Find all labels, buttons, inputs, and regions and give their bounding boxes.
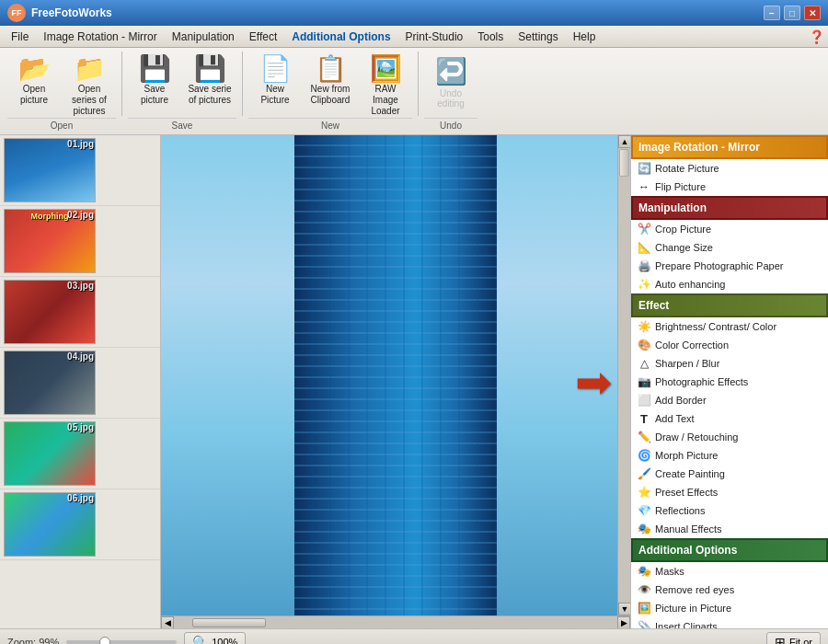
new-clipboard-label: New from Clipboard	[306, 84, 354, 106]
rp-create-painting[interactable]: 🖌️ Create Painting	[631, 465, 828, 483]
menu-tools[interactable]: Tools	[470, 29, 511, 45]
rp-draw-retouching[interactable]: ✏️ Draw / Retouching	[631, 428, 828, 446]
thumbnail-05[interactable]: 05.jpg	[0, 419, 160, 489]
zoom-thumb[interactable]	[99, 637, 110, 645]
rp-add-border[interactable]: ⬜ Add Border	[631, 391, 828, 409]
section-manipulation-label: Manipulation	[638, 201, 707, 214]
section-rotation-header[interactable]: Image Rotation - Mirror	[631, 135, 828, 159]
open-group-label: Open	[7, 118, 116, 131]
rp-reflections[interactable]: 💎 Reflections	[631, 501, 828, 520]
rotate-picture-label: Rotate Picture	[655, 163, 719, 174]
manual-effects-icon: 🎭	[637, 522, 651, 536]
rp-remove-red-eyes[interactable]: 👁️ Remove red eyes	[631, 581, 828, 599]
rp-color-correction[interactable]: 🎨 Color Correction	[631, 336, 828, 354]
rp-brightness[interactable]: ☀️ Brightness/ Contrast/ Color	[631, 317, 828, 336]
save-serie-button[interactable]: 💾 Save serie of pictures	[183, 52, 236, 116]
rp-preset-effects[interactable]: ⭐ Preset Effects	[631, 483, 828, 501]
rp-rotate-picture[interactable]: 🔄 Rotate Picture	[631, 159, 828, 178]
scroll-right-button[interactable]: ▶	[617, 616, 630, 629]
scroll-up-button[interactable]: ▲	[618, 135, 630, 148]
open-series-label: Open series of pictures	[65, 84, 113, 117]
morph-label: Morph Picture	[655, 450, 718, 461]
menu-file[interactable]: File	[4, 29, 36, 45]
zoom-icon: 🔍	[192, 635, 208, 645]
toolbar: 📂 Open picture 📁 Open series of pictures…	[0, 48, 828, 135]
flip-picture-label: Flip Picture	[655, 181, 706, 192]
undo-label: Undo editing	[427, 88, 475, 109]
save-picture-button[interactable]: 💾 Save picture	[128, 52, 181, 116]
rp-insert-cliparts[interactable]: 📎 Insert Cliparts	[631, 617, 828, 628]
app-logo: FF	[7, 4, 26, 22]
menu-additional-options[interactable]: Additional Options	[284, 29, 397, 45]
rp-sharpen-blur[interactable]: △ Sharpen / Blur	[631, 354, 828, 373]
rp-morph-picture[interactable]: 🌀 Morph Picture	[631, 446, 828, 465]
thumbnail-01[interactable]: 01.jpg	[0, 135, 160, 206]
section-rotation-items: 🔄 Rotate Picture ↔️ Flip Picture	[631, 159, 828, 196]
new-clipboard-icon: 📋	[315, 56, 347, 82]
thumbnail-03[interactable]: 03.jpg	[0, 277, 160, 348]
open-picture-label: Open picture	[10, 84, 58, 106]
red-eyes-label: Remove red eyes	[655, 584, 734, 595]
open-picture-button[interactable]: 📂 Open picture	[7, 52, 61, 116]
rp-prepare-photo[interactable]: 🖨️ Prepare Photographic Paper	[631, 257, 828, 275]
maximize-button[interactable]: □	[784, 6, 800, 20]
menu-settings[interactable]: Settings	[511, 29, 565, 45]
rp-auto-enhancing[interactable]: ✨ Auto enhancing	[631, 275, 828, 293]
scroll-left-button[interactable]: ◀	[161, 616, 174, 629]
masks-label: Masks	[655, 566, 684, 577]
close-button[interactable]: ✕	[804, 6, 821, 20]
new-clipboard-button[interactable]: 📋 New from Clipboard	[304, 52, 357, 116]
red-eyes-icon: 👁️	[637, 582, 651, 597]
section-additional-header[interactable]: Additional Options	[631, 538, 828, 562]
preset-label: Preset Effects	[655, 487, 718, 498]
rp-picture-in-picture[interactable]: 🖼️ Picture in Picture	[631, 599, 828, 617]
brightness-label: Brightness/ Contrast/ Color	[655, 321, 776, 332]
scroll-down-button[interactable]: ▼	[618, 603, 630, 615]
zoom-percent-button[interactable]: 🔍 100%	[184, 632, 246, 645]
rp-manual-effects[interactable]: 🎭 Manual Effects	[631, 520, 828, 538]
zoom-slider[interactable]	[66, 640, 177, 644]
section-additional-label: Additional Options	[638, 544, 737, 557]
menu-print-studio[interactable]: Print-Studio	[398, 29, 471, 45]
rp-photo-effects[interactable]: 📷 Photographic Effects	[631, 373, 828, 391]
rp-add-text[interactable]: T Add Text	[631, 409, 828, 428]
prepare-photo-label: Prepare Photographic Paper	[655, 260, 783, 271]
rp-change-size[interactable]: 📐 Change Size	[631, 238, 828, 257]
thumbnail-scroll[interactable]: 01.jpg Morphing 02.jpg 03.jpg	[0, 135, 160, 628]
menu-help[interactable]: Help	[566, 29, 604, 45]
crop-icon: ✂️	[637, 222, 651, 236]
photo-effects-label: Photographic Effects	[655, 376, 748, 387]
section-rotation-label: Image Rotation - Mirror	[638, 141, 760, 154]
menu-image-rotation[interactable]: Image Rotation - Mirror	[36, 29, 164, 45]
new-picture-button[interactable]: 📄 New Picture	[248, 52, 302, 116]
help-icon[interactable]: ❓	[809, 29, 824, 44]
change-size-icon: 📐	[637, 240, 651, 255]
save-picture-label: Save picture	[131, 84, 178, 106]
thumbnail-02[interactable]: Morphing 02.jpg	[0, 206, 160, 277]
main-image: ➡	[161, 135, 630, 628]
toolbar-group-save: 💾 Save picture 💾 Save serie of pictures …	[128, 52, 236, 131]
zoom-label: Zoom: 99%	[7, 637, 59, 645]
raw-loader-button[interactable]: 🖼️ RAW Image Loader	[359, 52, 412, 116]
sharpen-icon: △	[637, 356, 651, 371]
rp-flip-picture[interactable]: ↔️ Flip Picture	[631, 178, 828, 196]
section-manipulation-header[interactable]: Manipulation	[631, 196, 828, 220]
minimize-button[interactable]: −	[764, 6, 780, 20]
rp-masks[interactable]: 🎭 Masks	[631, 562, 828, 581]
scroll-thumb-h[interactable]	[192, 618, 266, 627]
thumbnail-04[interactable]: 04.jpg	[0, 348, 160, 419]
add-border-icon: ⬜	[637, 393, 651, 408]
section-effect-header[interactable]: Effect	[631, 293, 828, 317]
horizontal-scrollbar[interactable]: ◀ ▶	[161, 615, 630, 628]
thumbnail-06[interactable]: 06.jpg	[0, 489, 160, 560]
open-series-button[interactable]: 📁 Open series of pictures	[63, 52, 116, 116]
rp-crop-picture[interactable]: ✂️ Crop Picture	[631, 220, 828, 238]
sharpen-label: Sharpen / Blur	[655, 358, 719, 369]
menu-manipulation[interactable]: Manipulation	[165, 29, 242, 45]
section-effect-items: ☀️ Brightness/ Contrast/ Color 🎨 Color C…	[631, 317, 828, 538]
building-shape	[294, 135, 497, 628]
zoom-fit-button[interactable]: ⊞ Fit or	[766, 632, 821, 645]
undo-button: ↩️ Undo editing	[424, 52, 477, 116]
vertical-scrollbar[interactable]: ▲ ▼	[617, 135, 630, 615]
menu-effect[interactable]: Effect	[242, 29, 284, 45]
